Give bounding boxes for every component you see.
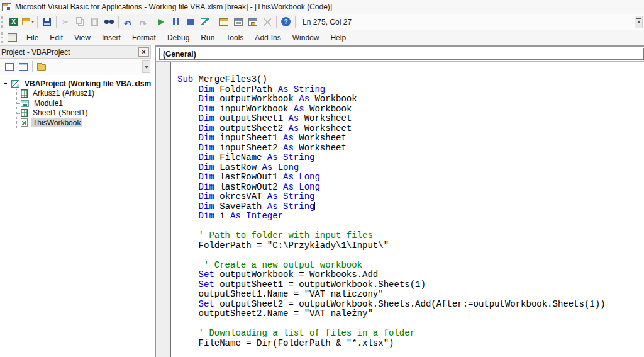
menu-help[interactable]: Help (325, 31, 352, 45)
menu-file[interactable]: File (21, 31, 44, 45)
menu-insert[interactable]: Insert (96, 31, 126, 45)
break-icon (173, 18, 179, 25)
copy-button[interactable] (73, 15, 87, 29)
help-button[interactable] (279, 15, 293, 29)
code-editor[interactable]: Sub MergeFiles3() Dim FolderPath As Stri… (171, 62, 644, 357)
view-microsoft-excel-button[interactable] (6, 15, 21, 29)
code-token: SavePath (214, 201, 267, 212)
project-explorer-icon (219, 18, 228, 26)
menu-edit[interactable]: Edit (44, 31, 69, 45)
menu-add-ins[interactable]: Add-Ins (249, 31, 286, 45)
menu-view[interactable]: View (69, 31, 96, 45)
view-object-button[interactable] (16, 60, 30, 73)
comment-token: ' Create a new output workbook (177, 260, 362, 270)
code-line: Dim inputSheet1 As Worksheet (177, 133, 644, 144)
tree-item-arkusz1-arkusz1[interactable]: Arkusz1 (Arkusz1) (0, 89, 151, 99)
code-token (177, 152, 199, 162)
code-token: inputSheet1 (214, 133, 283, 143)
code-token: FileName (214, 152, 267, 162)
menu-format[interactable]: Format (126, 31, 162, 45)
object-dropdown[interactable]: (General) (159, 48, 644, 60)
undo-button[interactable] (121, 15, 135, 29)
code-token: i (214, 211, 230, 221)
margin-indicator-bar[interactable] (156, 62, 171, 357)
keyword-token: Dim (199, 211, 214, 221)
code-token (177, 84, 199, 94)
close-icon[interactable]: × (138, 47, 149, 57)
menu-tools[interactable]: Tools (220, 31, 249, 45)
code-header-row: (General) (156, 47, 644, 62)
vba-app-icon (2, 3, 11, 11)
code-line: Dim outputSheet2 As Worksheet (177, 124, 644, 134)
keyword-token: As Integer (230, 211, 283, 221)
code-token: Worksheet (294, 133, 347, 143)
tree-item-thisworkbook[interactable]: ThisWorkbook (0, 118, 151, 128)
toolbar-buttons: ▾ (6, 15, 293, 29)
menu-run[interactable]: Run (195, 31, 220, 45)
run-button[interactable] (154, 15, 169, 29)
reset-button[interactable] (183, 15, 197, 29)
project-tree: VBAProject (Working file VBA.xlsm)Arkusz… (0, 75, 151, 357)
tree-item-sheet1-sheet1[interactable]: Sheet1 (Sheet1) (0, 108, 151, 118)
view-microsoft-excel-icon (9, 18, 18, 26)
object-browser-button[interactable] (245, 15, 260, 29)
keyword-token: As (299, 94, 309, 104)
code-line: FolderPath = "C:\Przykłady\1\Input\" (177, 241, 644, 251)
design-mode-button[interactable] (197, 15, 212, 29)
code-token: Worksheet (294, 143, 347, 153)
toggle-folders-button[interactable] (35, 60, 48, 73)
paste-button[interactable] (87, 15, 102, 29)
project-panel-title: Project - VBAProject (1, 48, 138, 57)
worksheet-icon (21, 89, 28, 98)
code-token: outputSheet2 (214, 123, 289, 133)
save-button[interactable] (40, 15, 54, 29)
code-line: ' Create a new output workbook (177, 261, 644, 271)
code-line: Dim SavePath As String (177, 202, 644, 212)
code-token: MergeFiles3() (193, 74, 267, 84)
title-bar: Microsoft Visual Basic for Applications … (0, 0, 644, 14)
code-line: ' Path to folder with input files (177, 231, 644, 241)
code-line: Dim inputSheet2 As Worksheet (177, 144, 644, 154)
tree-item-module1[interactable]: Module1 (0, 98, 151, 108)
break-button[interactable] (169, 15, 183, 29)
properties-window-button[interactable] (231, 15, 245, 29)
view-code-button[interactable] (3, 60, 16, 73)
code-token: inputSheet2 (214, 143, 283, 153)
keyword-token: Dim (199, 191, 214, 201)
help-icon (281, 17, 291, 26)
code-token (177, 123, 199, 133)
insert-userform-button[interactable]: ▾ (21, 15, 35, 29)
paste-icon (91, 18, 98, 26)
code-token: outputWorkbook = Workbooks.Add (214, 269, 378, 280)
keyword-token: As String (278, 84, 326, 94)
toolbar-drag-handle[interactable] (1, 16, 4, 28)
tree-item-vbaproject-working-file-vba-xlsm[interactable]: VBAProject (Working file VBA.xlsm) (0, 79, 151, 89)
tree-expander-icon[interactable] (3, 81, 8, 86)
keyword-token: Dim (199, 162, 214, 173)
toolbar-options-icon[interactable] (635, 16, 643, 28)
code-token: okresVAT (214, 191, 267, 201)
comment-token: ' Downloading a list of files in a folde… (177, 328, 415, 338)
toggle-folders-icon (37, 64, 46, 71)
code-window-icon[interactable] (8, 33, 17, 42)
menu-debug[interactable]: Debug (162, 31, 195, 45)
project-explorer-button[interactable] (216, 15, 231, 29)
keyword-token: Dim (199, 201, 214, 212)
panel-options-icon[interactable] (142, 60, 150, 73)
menubar-drag-handle[interactable] (1, 32, 4, 43)
keyword-token: Set (199, 280, 214, 290)
keyword-token: As String (267, 191, 315, 201)
code-token: outputSheet1 = outputWorkbook.Sheets(1) (214, 280, 426, 290)
toolbox-button[interactable] (260, 15, 274, 29)
menu-window[interactable]: Window (287, 31, 325, 45)
code-token: outputSheet1.Name = "VAT naliczony" (177, 289, 384, 299)
comment-token: ' Path to folder with input files (177, 230, 373, 241)
code-line: FileName = Dir(FolderPath & "*.xlsx") (177, 339, 644, 349)
redo-button[interactable] (135, 15, 150, 29)
find-button[interactable] (102, 15, 116, 29)
tree-item-label: Module1 (32, 99, 65, 108)
cut-button[interactable] (58, 15, 73, 29)
code-token: Workbook (304, 104, 352, 114)
line-col-status: Ln 275, Col 27 (303, 18, 352, 26)
code-token (177, 299, 199, 309)
